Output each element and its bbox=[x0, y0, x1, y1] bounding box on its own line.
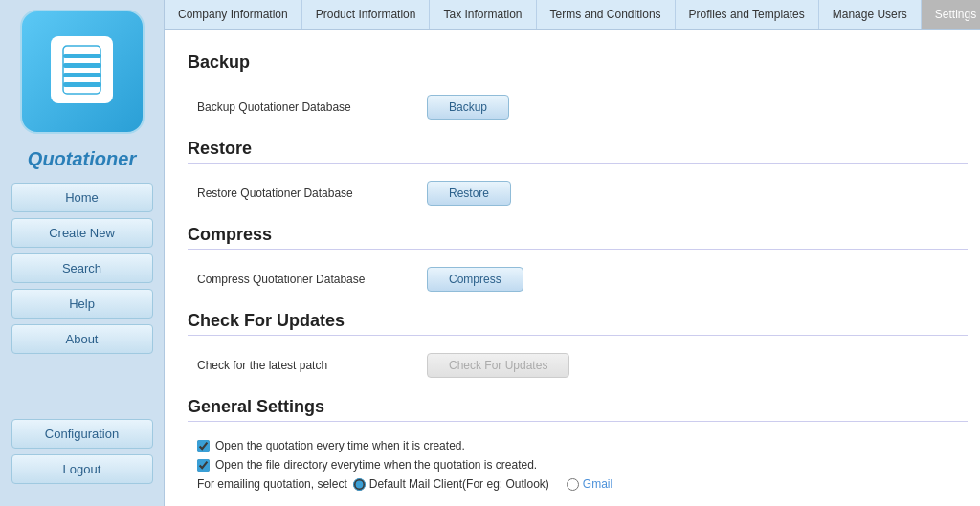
svg-rect-0 bbox=[63, 46, 100, 94]
checkbox-2-label: Open the file directory everytime when t… bbox=[215, 458, 537, 472]
content-area: Backup Backup Quotationer Database Backu… bbox=[165, 30, 980, 506]
sidebar-item-search[interactable]: Search bbox=[11, 253, 153, 283]
sidebar: Quotationer Home Create New Search Help … bbox=[0, 0, 165, 506]
backup-divider bbox=[188, 77, 968, 77]
compress-label: Compress Quotationer Database bbox=[197, 273, 427, 286]
tab-manage-users[interactable]: Manage Users bbox=[819, 0, 922, 29]
checkbox-open-quotation[interactable] bbox=[197, 440, 210, 452]
compress-button[interactable]: Compress bbox=[427, 267, 523, 292]
sidebar-item-create-new[interactable]: Create New bbox=[11, 218, 153, 248]
logo-icon bbox=[51, 36, 113, 103]
restore-divider bbox=[188, 163, 968, 164]
tab-settings[interactable]: Settings bbox=[922, 0, 980, 29]
sidebar-item-logout[interactable]: Logout bbox=[11, 454, 153, 484]
radio-option-gmail: Gmail bbox=[567, 477, 612, 491]
check-updates-button[interactable]: Check For Updates bbox=[427, 353, 569, 378]
tab-product-information[interactable]: Product Information bbox=[302, 0, 431, 29]
tab-tax-information[interactable]: Tax Information bbox=[430, 0, 536, 29]
tab-profiles-and-templates[interactable]: Profiles and Templates bbox=[676, 0, 819, 29]
compress-divider bbox=[188, 249, 968, 250]
tab-company-information[interactable]: Company Information bbox=[165, 0, 302, 29]
restore-row: Restore Quotationer Database Restore bbox=[188, 173, 968, 217]
general-settings-area: Open the quotation every time when it is… bbox=[188, 431, 968, 498]
backup-button[interactable]: Backup bbox=[427, 95, 509, 120]
checkbox-open-directory[interactable] bbox=[197, 459, 210, 472]
email-prefix-label: For emailing quotation, select bbox=[197, 477, 347, 491]
main-area: Company Information Product Information … bbox=[165, 0, 980, 506]
compress-section-title: Compress bbox=[188, 225, 968, 245]
restore-section-title: Restore bbox=[188, 139, 968, 159]
tab-terms-and-conditions[interactable]: Terms and Conditions bbox=[537, 0, 676, 29]
radio-default-mail-label: Default Mail Client(For eg: Outlook) bbox=[369, 477, 549, 491]
sidebar-bottom: Configuration Logout bbox=[8, 416, 156, 496]
radio-gmail[interactable] bbox=[567, 478, 579, 491]
logo-area bbox=[20, 10, 145, 134]
svg-rect-4 bbox=[68, 82, 85, 86]
sidebar-item-configuration[interactable]: Configuration bbox=[11, 419, 153, 449]
tab-bar: Company Information Product Information … bbox=[165, 0, 980, 30]
checkbox-row-1: Open the quotation every time when it is… bbox=[197, 439, 968, 452]
backup-row: Backup Quotationer Database Backup bbox=[188, 87, 968, 131]
sidebar-item-about[interactable]: About bbox=[11, 324, 153, 354]
app-title: Quotationer bbox=[28, 148, 136, 170]
sidebar-item-home[interactable]: Home bbox=[11, 183, 153, 212]
updates-divider bbox=[188, 335, 968, 336]
checkbox-row-2: Open the file directory everytime when t… bbox=[197, 458, 968, 472]
radio-option-default-mail: Default Mail Client(For eg: Outlook) bbox=[353, 477, 549, 491]
email-radio-row: For emailing quotation, select Default M… bbox=[197, 477, 968, 491]
backup-label: Backup Quotationer Database bbox=[197, 100, 427, 114]
updates-section-title: Check For Updates bbox=[188, 311, 968, 331]
radio-gmail-label: Gmail bbox=[583, 477, 612, 491]
general-settings-section-title: General Settings bbox=[188, 397, 968, 417]
updates-label: Check for the latest patch bbox=[197, 359, 427, 372]
svg-rect-2 bbox=[68, 63, 95, 67]
general-settings-divider bbox=[188, 421, 968, 422]
compress-row: Compress Quotationer Database Compress bbox=[188, 259, 968, 303]
restore-label: Restore Quotationer Database bbox=[197, 187, 427, 200]
backup-section-title: Backup bbox=[188, 53, 968, 73]
updates-row: Check for the latest patch Check For Upd… bbox=[188, 345, 968, 389]
sidebar-item-help[interactable]: Help bbox=[11, 289, 153, 319]
radio-default-mail[interactable] bbox=[353, 478, 366, 491]
restore-button[interactable]: Restore bbox=[427, 181, 511, 206]
svg-rect-1 bbox=[68, 54, 95, 57]
checkbox-1-label: Open the quotation every time when it is… bbox=[215, 439, 465, 452]
svg-rect-3 bbox=[68, 73, 95, 77]
